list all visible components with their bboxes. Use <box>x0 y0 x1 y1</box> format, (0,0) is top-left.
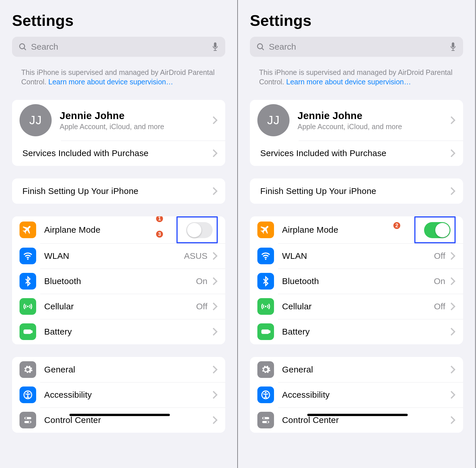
svg-rect-2 <box>214 42 217 47</box>
chevron-right-icon <box>450 366 456 374</box>
services-row[interactable]: Services Included with Purchase <box>12 141 225 166</box>
profile-row[interactable]: JJ Jennie Johne Apple Account, iCloud, a… <box>12 100 225 141</box>
chevron-right-icon <box>213 391 218 399</box>
connectivity-group: Airplane Mode WLAN ASUS Bluetooth On <box>12 216 225 344</box>
airplane-toggle-highlight <box>176 216 218 243</box>
bluetooth-row[interactable]: Bluetooth On <box>12 269 225 294</box>
accessibility-row[interactable]: Accessibility <box>250 382 463 407</box>
bluetooth-icon <box>20 273 36 290</box>
profile-group: JJ Jennie Johne Apple Account, iCloud, a… <box>12 100 225 166</box>
control-center-row[interactable]: Control Center <box>12 407 225 433</box>
battery-row[interactable]: Battery <box>12 319 225 344</box>
chevron-right-icon <box>213 416 218 424</box>
chevron-right-icon <box>450 252 456 260</box>
svg-point-5 <box>27 259 29 260</box>
profile-name: Jennie Johne <box>60 110 213 121</box>
svg-line-1 <box>24 48 26 50</box>
svg-rect-22 <box>262 330 269 333</box>
settings-panel-right: Settings This iPhone is supervised and m… <box>238 0 476 468</box>
control-center-icon <box>20 412 36 428</box>
chevron-right-icon <box>450 116 456 124</box>
page-title: Settings <box>12 11 225 29</box>
microphone-icon[interactable] <box>449 42 457 52</box>
search-input[interactable] <box>31 42 207 52</box>
profile-row[interactable]: JJ Jennie Johne Apple Account, iCloud, a… <box>250 100 463 141</box>
wlan-row[interactable]: WLAN ASUS <box>12 243 225 269</box>
general-group: General Accessibility Control Center <box>12 357 225 433</box>
cellular-value: Off <box>196 302 207 311</box>
airplane-mode-toggle[interactable] <box>424 222 450 238</box>
battery-icon <box>20 323 36 340</box>
cellular-icon <box>257 298 274 315</box>
chevron-right-icon <box>213 187 218 195</box>
bluetooth-row[interactable]: Bluetooth On <box>250 269 463 294</box>
wlan-value: ASUS <box>184 251 207 261</box>
svg-point-29 <box>267 421 268 423</box>
finish-setup-row[interactable]: Finish Setting Up Your iPhone <box>250 178 463 204</box>
supervision-learn-more-link[interactable]: Learn more about device supervision… <box>48 78 173 86</box>
control-center-icon <box>257 412 274 428</box>
svg-point-15 <box>257 44 263 49</box>
cellular-row[interactable]: Cellular Off <box>250 294 463 319</box>
supervision-notice: This iPhone is supervised and managed by… <box>250 57 463 87</box>
cellular-icon <box>20 298 36 315</box>
chevron-right-icon <box>213 149 218 157</box>
svg-point-13 <box>25 417 27 419</box>
search-bar[interactable] <box>12 37 225 57</box>
svg-point-20 <box>265 259 267 260</box>
svg-point-6 <box>27 306 28 307</box>
wlan-row[interactable]: WLAN Off <box>250 243 463 269</box>
accessibility-row[interactable]: Accessibility <box>12 382 225 407</box>
search-bar[interactable] <box>250 37 463 57</box>
redaction-strike <box>69 414 170 416</box>
airplane-mode-row[interactable]: Airplane Mode <box>250 216 463 243</box>
bluetooth-value: On <box>196 276 207 286</box>
chevron-right-icon <box>450 187 456 195</box>
finish-setup-row[interactable]: Finish Setting Up Your iPhone <box>12 178 225 204</box>
chevron-right-icon <box>213 116 218 124</box>
chevron-right-icon <box>213 252 218 260</box>
wifi-icon <box>257 248 274 264</box>
supervision-notice: This iPhone is supervised and managed by… <box>12 57 225 87</box>
airplane-mode-row[interactable]: Airplane Mode <box>12 216 225 243</box>
annotation-badge-3: 3 <box>156 230 164 238</box>
bluetooth-icon <box>257 273 274 290</box>
svg-point-0 <box>20 44 25 49</box>
svg-rect-17 <box>452 42 454 47</box>
airplane-icon <box>20 222 36 238</box>
annotation-badge-2: 2 <box>393 222 401 230</box>
battery-icon <box>257 323 274 340</box>
svg-rect-7 <box>24 330 31 333</box>
chevron-right-icon <box>450 277 456 285</box>
svg-rect-23 <box>269 331 270 333</box>
finish-setup-group: Finish Setting Up Your iPhone <box>12 178 225 204</box>
settings-panel-left: Settings This iPhone is supervised and m… <box>0 0 238 468</box>
svg-rect-8 <box>31 331 32 333</box>
redaction-strike <box>307 414 408 416</box>
magnifying-glass-icon <box>256 42 265 51</box>
airplane-mode-toggle[interactable] <box>186 222 213 238</box>
gear-icon <box>20 361 36 378</box>
svg-point-10 <box>27 392 28 393</box>
general-group: General Accessibility Control Center <box>250 357 463 433</box>
airplane-toggle-highlight <box>414 216 456 243</box>
battery-row[interactable]: Battery <box>250 319 463 344</box>
chevron-right-icon <box>213 302 218 310</box>
general-row[interactable]: General <box>12 357 225 382</box>
control-center-row[interactable]: Control Center <box>250 407 463 433</box>
chevron-right-icon <box>213 366 218 374</box>
cellular-row[interactable]: Cellular Off <box>12 294 225 319</box>
chevron-right-icon <box>450 302 456 310</box>
search-input[interactable] <box>269 42 445 52</box>
general-row[interactable]: General <box>250 357 463 382</box>
airplane-icon <box>257 222 274 238</box>
profile-group: JJ Jennie Johne Apple Account, iCloud, a… <box>250 100 463 166</box>
svg-line-16 <box>262 48 264 50</box>
supervision-learn-more-link[interactable]: Learn more about device supervision… <box>286 78 411 86</box>
svg-point-25 <box>265 392 266 393</box>
page-title: Settings <box>250 11 463 29</box>
profile-subtitle: Apple Account, iCloud, and more <box>298 123 450 131</box>
services-row[interactable]: Services Included with Purchase <box>250 141 463 166</box>
microphone-icon[interactable] <box>211 42 219 52</box>
magnifying-glass-icon <box>18 42 27 51</box>
